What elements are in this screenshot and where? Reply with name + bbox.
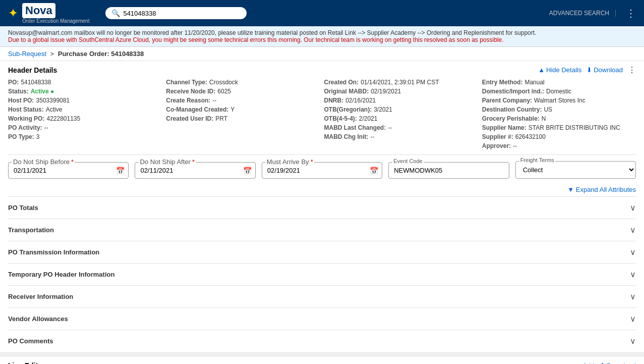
mabd-chg-init-value: -- [370,133,374,140]
otb454-label: OTB(4-5-4): [324,115,357,122]
chevron-down-icon-receiver-info: ∨ [630,292,636,301]
chevron-down-icon-vendor-allowances: ∨ [630,314,636,324]
accordion-title-po-comments: PO Comments [8,337,53,345]
download-button[interactable]: ⬇ Download [587,66,623,74]
mabd-last-changed-value: -- [388,124,392,131]
breadcrumb-separator: > [50,50,54,58]
approver-label: Approver: [482,142,511,149]
po-value: 541048338 [21,79,51,86]
detail-row-mabd-last-changed: MABD Last Changed: -- [324,124,478,131]
detail-row-status: Status: Active ● [8,88,162,95]
required-indicator2: * [192,158,195,166]
line-edits-download-button[interactable]: ⬇ Download [600,362,636,365]
parent-company-value: Walmart Stores Inc [534,97,586,104]
download-label: Download [594,66,623,74]
nav-more-icon[interactable]: ⋮ [626,7,636,19]
dnrb-label: DNRB: [324,97,344,104]
created-on-label: Created On: [324,79,359,86]
header-details-section: Header Details ▲ Hide Details ⬇ Download… [8,61,636,79]
line-edits-section: Line Edits + Add ⬇ Download Line Number … [0,356,644,364]
details-col-1: PO: 541048338 Status: Active ● Host PO: … [8,79,162,149]
status-value: Active ● [31,88,54,95]
do-not-ship-after-label: Do Not Ship After * [139,158,196,166]
calendar-icon3[interactable]: 📅 [370,167,378,175]
accordion-header-transportation[interactable]: Transportation ∨ [8,219,636,241]
detail-row-approver: Approver: -- [482,142,636,149]
po-type-value: 3 [36,133,40,140]
header-more-button[interactable]: ⋮ [628,65,636,75]
event-code-field: Event Code [388,162,509,179]
required-indicator: * [71,158,74,166]
date-fields-row: Do Not Ship Before * 📅 Do Not Ship After… [8,155,636,183]
detail-row-created-user: Created User ID: PRT [166,115,320,122]
accordion-title-temp-po-header: Temporary PO Header Information [8,271,114,278]
grocery-perishable-label: Grocery Perishable: [482,115,540,122]
event-code-input[interactable] [388,162,509,179]
detail-row-host-status: Host Status: Active [8,106,162,113]
accordion-title-transportation: Transportation [8,226,54,234]
details-col-4: Entry Method: Manual Domestic/Import ind… [482,79,636,149]
detail-row-po-type: PO Type: 3 [8,133,162,140]
accordion-title-po-transmission: PO Transmission Information [8,248,99,256]
top-navigation: ✦ Nova Order Execution Management 🔍 ADVA… [0,0,644,26]
chevron-down-icon-po-transmission: ∨ [630,247,636,257]
co-managed-label: Co-Managed Created: [166,106,228,113]
star-icon: ✦ [8,6,18,20]
download-icon: ⬇ [587,66,592,74]
must-arrive-by-field: Must Arrive By * 📅 [262,162,382,179]
otb454-value: 2/2021 [359,115,378,122]
mabd-chg-init-label: MABD Chg Init: [324,133,369,140]
original-mabd-label: Original MABD: [324,88,369,95]
logo-box: Nova [22,3,55,18]
detail-row-mabd-chg-init: MABD Chg Init: -- [324,133,478,140]
line-edits-actions: + Add ⬇ Download [577,362,636,365]
supplier-num-label: Supplier #: [482,133,513,140]
supplier-name-label: Supplier Name: [482,124,526,131]
search-input[interactable] [123,10,241,17]
advanced-search-link[interactable]: ADVANCED SEARCH [549,10,616,17]
chevron-down-icon-temp-po-header: ∨ [630,270,636,279]
main-content: Header Details ▲ Hide Details ⬇ Download… [0,61,644,352]
must-arrive-by-label: Must Arrive By * [266,158,314,166]
supplier-name-value: STAR BRITE DISTRIBUTING INC [529,124,620,131]
expand-all-attrs-link[interactable]: ▼ Expand All Attributes [567,186,636,193]
details-col-2: Channel Type: Crossdock Receive Node ID:… [166,79,320,149]
channel-value: Crossdock [209,79,238,86]
hide-details-button[interactable]: ▲ Hide Details [538,66,581,74]
detail-row-grocery-perishable: Grocery Perishable: N [482,115,636,122]
accordion-header-po-comments[interactable]: PO Comments ∨ [8,330,636,352]
accordion-receiver-info: Receiver Information ∨ [8,285,636,307]
download-label2: Download [607,362,636,365]
original-mabd-value: 02/19/2021 [371,88,401,95]
created-on-value: 01/14/2021, 2:39:01 PM CST [361,79,439,86]
host-po-label: Host PO: [8,97,34,104]
accordion-po-comments: PO Comments ∨ [8,330,636,352]
alert-line2: Due to a global issue with SouthCentral … [8,36,636,43]
accordion-list: PO Totals ∨ Transportation ∨ PO Transmis… [8,196,636,352]
calendar-icon[interactable]: 📅 [116,167,125,175]
created-user-label: Created User ID: [166,115,213,122]
accordion-header-po-totals[interactable]: PO Totals ∨ [8,197,636,219]
po-activity-value: -- [44,124,48,131]
alert-line1: Novasup@walmart.com mailbox will no long… [8,29,636,36]
accordion-title-vendor-allowances: Vendor Allowances [8,315,68,323]
download-icon2: ⬇ [600,362,607,365]
po-type-label: PO Type: [8,133,34,140]
accordion-vendor-allowances: Vendor Allowances ∨ [8,307,636,330]
detail-row-destination-country: Destination Country: US [482,106,636,113]
freight-terms-select[interactable]: Collect Prepaid Third Party [515,161,636,179]
calendar-icon2[interactable]: 📅 [243,167,252,175]
search-icon: 🔍 [111,9,120,17]
accordion-header-vendor-allowances[interactable]: Vendor Allowances ∨ [8,308,636,330]
host-po-value: 3503399081 [36,97,70,104]
breadcrumb-parent[interactable]: Sub-Request [8,50,46,58]
accordion-header-temp-po-header[interactable]: Temporary PO Header Information ∨ [8,264,636,285]
chevron-up-icon: ▲ [538,66,545,74]
add-line-button[interactable]: + Add [577,362,595,365]
accordion-header-receiver-info[interactable]: Receiver Information ∨ [8,286,636,307]
accordion-header-po-transmission[interactable]: PO Transmission Information ∨ [8,241,636,263]
expand-attrs-row: ▼ Expand All Attributes [8,183,636,196]
otb-gregorian-label: OTB(Gregorian): [324,106,372,113]
receive-node-label: Receive Node ID: [166,88,215,95]
search-bar[interactable]: 🔍 [105,7,247,19]
